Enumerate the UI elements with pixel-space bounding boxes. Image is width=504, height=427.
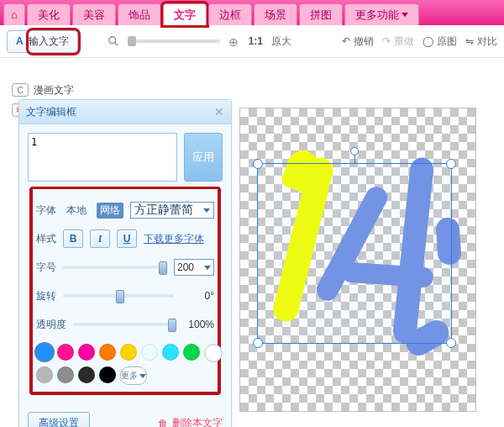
swatch[interactable] [183,344,200,361]
size-slider[interactable] [63,266,167,269]
opacity-label: 透明度 [36,318,66,332]
close-icon[interactable]: ✕ [214,105,224,119]
swatch[interactable] [120,344,137,361]
selection-box[interactable] [257,163,452,344]
input-text-label: 输入文字 [29,34,69,49]
delete-text-button[interactable]: 🗑 删除本文字 [158,412,223,427]
trash-icon: 🗑 [158,418,168,428]
original-image-button[interactable]: ◯原图 [423,34,457,49]
font-label: 字体 [36,203,56,218]
tab-face[interactable]: 美容 [72,3,116,25]
italic-button[interactable]: I [90,229,110,248]
zoom-icon [108,35,119,47]
svg-line-1 [114,43,118,46]
text-input[interactable] [28,133,177,182]
apply-button[interactable]: 应用 [184,133,223,182]
font-source-net[interactable]: 网络 [97,203,123,219]
tab-beautify[interactable]: 美化 [27,3,71,25]
advanced-button[interactable]: 高级设置 [28,412,90,427]
secondary-toolbar: A 输入文字 ⊕ 1:1 原大 ↶撤销 ↷重做 ◯原图 ⇋对比 [0,25,504,58]
text-A-icon: A [16,35,24,47]
compare-button[interactable]: ⇋对比 [465,34,497,49]
resize-handle[interactable] [446,159,456,169]
tab-home[interactable]: ⌂ [3,3,25,25]
swatch[interactable] [99,366,116,383]
tab-text[interactable]: 文字 [163,3,207,25]
resize-handle[interactable] [253,338,263,348]
sidebar-item-comic-text[interactable]: C 漫画文字 [12,80,138,100]
zoom-in-icon[interactable]: ⊕ [228,35,240,47]
zoom-original[interactable]: 原大 [271,34,291,49]
home-icon: ⌂ [11,8,18,21]
more-colors-button[interactable]: 更多 [120,366,147,385]
text-edit-panel: 文字编辑框 ✕ 应用 字体 本地 网络 方正静蕾简 样式 B I U 下载 [18,99,232,427]
resize-handle[interactable] [446,338,456,348]
tab-more[interactable]: 更多功能 [344,3,419,25]
tab-border[interactable]: 边框 [208,3,252,25]
opacity-slider[interactable] [73,323,174,326]
rotate-slider[interactable] [63,294,174,298]
swatch[interactable] [36,366,53,383]
undo-button[interactable]: ↶撤销 [342,34,374,49]
opacity-value: 100% [181,319,214,330]
swatch[interactable] [57,344,74,361]
swatch[interactable] [99,344,116,361]
panel-header[interactable]: 文字编辑框 ✕ [19,100,231,124]
font-name: 方正静蕾简 [134,203,193,218]
size-value[interactable]: 200 [174,259,214,276]
undo-icon: ↶ [342,35,350,47]
color-swatches: 更多 [36,344,229,385]
font-settings-group: 字体 本地 网络 方正静蕾简 样式 B I U 下载更多字体 字号 200 [29,187,221,395]
size-label: 字号 [36,261,56,275]
zoom-slider[interactable] [128,40,220,43]
swatch[interactable] [204,344,223,362]
font-select[interactable]: 方正静蕾简 [130,202,214,219]
main-tabs: ⌂ 美化 美容 饰品 文字 边框 场景 拼图 更多功能 [0,0,504,25]
original-icon: ◯ [423,35,433,47]
canvas[interactable] [239,108,476,412]
redo-icon: ↷ [382,35,391,47]
bold-button[interactable]: B [63,229,83,248]
swatch[interactable] [78,344,95,361]
underline-button[interactable]: U [117,229,137,248]
comic-icon: C [12,83,29,97]
swatch[interactable] [141,344,158,361]
chevron-down-icon [204,266,211,270]
style-label: 样式 [36,232,56,246]
panel-title: 文字编辑框 [26,105,76,119]
swatch[interactable] [57,366,74,383]
chevron-down-icon [203,208,210,213]
sidebar-item-label: 漫画文字 [34,83,74,98]
more-fonts-link[interactable]: 下载更多字体 [144,232,204,246]
zoom-ratio: 1:1 [249,35,263,47]
font-source-local[interactable]: 本地 [63,203,90,219]
rotate-label: 旋转 [36,289,56,303]
rotate-value: 0° [181,290,214,302]
swatch[interactable] [78,366,95,383]
chevron-down-icon [402,13,408,17]
redo-button[interactable]: ↷重做 [382,34,414,49]
input-text-button[interactable]: A 输入文字 [7,30,78,53]
resize-handle[interactable] [253,159,263,169]
svg-point-0 [108,37,115,44]
rotate-handle[interactable] [350,147,359,156]
compare-icon: ⇋ [465,35,474,47]
swatch[interactable] [162,344,179,361]
tab-scene[interactable]: 场景 [254,3,297,25]
tab-collage[interactable]: 拼图 [299,3,343,25]
tab-accessory[interactable]: 饰品 [118,3,161,25]
swatch[interactable] [36,344,53,361]
chevron-down-icon [139,374,146,378]
